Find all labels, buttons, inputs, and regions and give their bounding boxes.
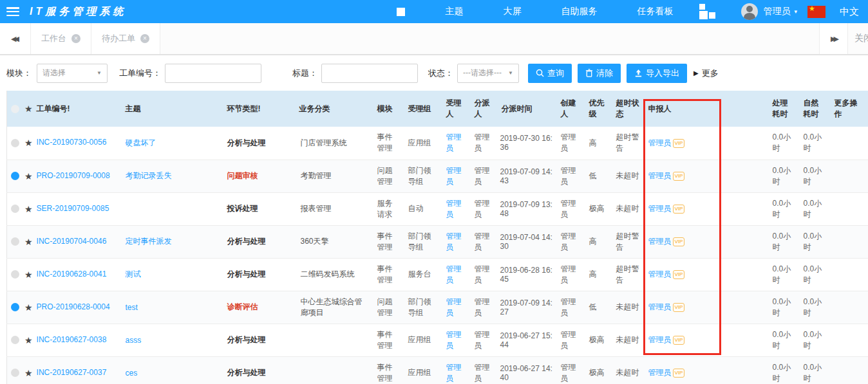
favorite-star-icon[interactable]: ★: [24, 237, 33, 247]
row-select-radio[interactable]: [11, 303, 19, 311]
chevron-down-icon: ▼: [508, 70, 513, 76]
favorite-star-icon[interactable]: ★: [24, 335, 33, 345]
table-row[interactable]: ★INC-20190628-0041 测试 分析与处理 二维码发码系统 事件管理…: [7, 258, 868, 291]
creator-cell: 管理员: [556, 225, 584, 258]
reporter-link[interactable]: 管理员: [648, 335, 672, 344]
timeout-status-cell: 超时警告: [612, 127, 645, 160]
reporter-link[interactable]: 管理员: [648, 171, 672, 180]
reporter-link[interactable]: 管理员: [648, 237, 672, 246]
subject-link[interactable]: 考勤记录丢失: [126, 171, 172, 180]
handler-link[interactable]: 管理员: [446, 297, 462, 317]
module-cell: 事件管理: [373, 225, 404, 258]
subject-link[interactable]: 硬盘坏了: [126, 138, 156, 147]
row-select-radio[interactable]: [11, 205, 19, 213]
order-no-link[interactable]: SER-20190709-0085: [37, 204, 109, 213]
fullscreen-icon[interactable]: [397, 8, 405, 16]
clear-button[interactable]: 清除: [578, 64, 621, 83]
nav-big-screen[interactable]: 大屏: [503, 6, 521, 17]
favorite-star-icon[interactable]: ★: [24, 368, 33, 378]
nav-self-service[interactable]: 自助服务: [561, 6, 597, 17]
reporter-link[interactable]: 管理员: [648, 302, 672, 311]
row-select-radio[interactable]: [11, 369, 19, 377]
favorite-star-icon[interactable]: ★: [24, 270, 33, 280]
table-row[interactable]: ★PRO-20190628-0004 test 诊断评估 中心生态城综合管廊项目…: [7, 291, 868, 324]
row-select-radio[interactable]: [11, 336, 19, 344]
handler-link[interactable]: 管理员: [446, 363, 462, 383]
close-icon[interactable]: ×: [140, 34, 149, 43]
dispatch-time-cell: 2019-07-09 14:43: [498, 160, 556, 192]
user-menu[interactable]: 管理员 ▾: [741, 3, 797, 20]
reporter-link[interactable]: 管理员: [648, 204, 672, 213]
vip-badge: VIP: [673, 205, 685, 214]
spacer-cell: [722, 258, 768, 291]
table-row[interactable]: ★SER-20190709-0085 投诉处理 报表管理 服务请求 自动 管理员…: [7, 192, 868, 225]
handler-link[interactable]: 管理员: [446, 199, 462, 219]
favorite-star-icon[interactable]: ★: [24, 171, 33, 181]
handle-hours-cell: 0.0小时: [768, 324, 799, 356]
module-cell: 问题管理: [373, 160, 404, 192]
more-filters-toggle[interactable]: ▶ 更多: [693, 68, 719, 79]
step-type: 分析与处理: [227, 335, 266, 344]
col-creator: 创建人: [556, 91, 584, 127]
table-row[interactable]: ★INC-20190704-0046 定时事件派发 分析与处理 360天擎 事件…: [7, 225, 868, 258]
handler-link[interactable]: 管理员: [446, 330, 462, 350]
table-row[interactable]: ★INC-20190627-0037 ces 分析与处理 事件管理 应用组 管理…: [7, 356, 868, 384]
menu-hamburger-icon[interactable]: [6, 7, 19, 16]
tabs-scroll-right-icon[interactable]: ▶▶: [819, 23, 848, 54]
import-export-button[interactable]: 导入导出: [627, 64, 687, 83]
nav-theme[interactable]: 主题: [445, 6, 463, 17]
reporter-link[interactable]: 管理员: [648, 368, 672, 377]
row-select-radio[interactable]: [11, 237, 19, 246]
favorite-star-icon[interactable]: ★: [24, 138, 33, 148]
handle-hours-cell: 0.0小时: [768, 127, 799, 160]
order-no-link[interactable]: PRO-20190709-0008: [37, 171, 110, 180]
spacer-cell: [722, 356, 768, 384]
tab-pending-orders[interactable]: 待办工单 ×: [91, 23, 160, 54]
table-row[interactable]: ★INC-20190730-0056 硬盘坏了 分析与处理 门店管理系统 事件管…: [7, 127, 868, 160]
status-select[interactable]: ---请选择--- ▼: [457, 64, 519, 83]
status-label: 状态：: [428, 68, 453, 79]
order-no-link[interactable]: INC-20190628-0041: [37, 270, 107, 279]
table-row[interactable]: ★INC-20190627-0038 asss 分析与处理 事件管理 应用组 管…: [7, 324, 868, 356]
handler-link[interactable]: 管理员: [446, 232, 462, 251]
search-button[interactable]: 查询: [528, 64, 572, 83]
apps-grid-icon[interactable]: [699, 3, 715, 20]
row-select-radio[interactable]: [11, 270, 19, 279]
natural-hours-cell: 0.0小时: [799, 225, 830, 258]
handler-link[interactable]: 管理员: [446, 133, 462, 152]
favorite-star-icon[interactable]: ★: [24, 302, 33, 313]
handler-link[interactable]: 管理员: [446, 166, 462, 186]
subject-link[interactable]: test: [126, 303, 138, 312]
priority-cell: 极高: [584, 192, 612, 225]
select-all-radio[interactable]: [11, 105, 19, 113]
close-icon[interactable]: ×: [71, 34, 80, 43]
filter-bar: 模块： 请选择 ▼ 工单编号： 标题： 状态： ---请选择--- ▼ 查询 清…: [0, 55, 868, 91]
module-select[interactable]: 请选择 ▼: [37, 64, 108, 83]
subject-link[interactable]: ces: [126, 369, 138, 378]
order-no-link[interactable]: INC-20190627-0038: [37, 335, 107, 344]
order-no-link[interactable]: INC-20190704-0046: [37, 237, 107, 246]
order-no-link[interactable]: PRO-20190628-0004: [37, 302, 110, 311]
dispatcher-cell: 管理员: [469, 192, 498, 225]
tabs-scroll-left-icon[interactable]: ◀◀: [0, 23, 31, 54]
order-no-input[interactable]: [165, 64, 261, 83]
subject-link[interactable]: 定时事件派发: [126, 237, 172, 246]
step-type: 分析与处理: [227, 138, 266, 147]
subject-link[interactable]: asss: [126, 336, 142, 345]
reporter-link[interactable]: 管理员: [648, 270, 672, 279]
order-no-link[interactable]: INC-20190627-0037: [37, 368, 107, 377]
handler-link[interactable]: 管理员: [446, 264, 462, 284]
title-input[interactable]: [321, 64, 418, 83]
subject-link[interactable]: 测试: [126, 270, 141, 279]
row-select-radio[interactable]: [11, 139, 19, 147]
language-switcher[interactable]: 中文: [840, 6, 859, 18]
flag-china-icon[interactable]: [807, 6, 826, 18]
row-select-radio[interactable]: [11, 172, 19, 180]
table-row[interactable]: ★PRO-20190709-0008 考勤记录丢失 问题审核 考勤管理 问题管理…: [7, 160, 868, 192]
favorite-star-icon[interactable]: ★: [24, 204, 33, 214]
order-no-link[interactable]: INC-20190730-0056: [37, 138, 107, 147]
tab-workbench[interactable]: 工作台 ×: [31, 23, 91, 54]
nav-task-board[interactable]: 任务看板: [637, 6, 673, 17]
close-operations-menu[interactable]: 关闭操作: [854, 23, 868, 54]
reporter-link[interactable]: 管理员: [648, 138, 672, 147]
